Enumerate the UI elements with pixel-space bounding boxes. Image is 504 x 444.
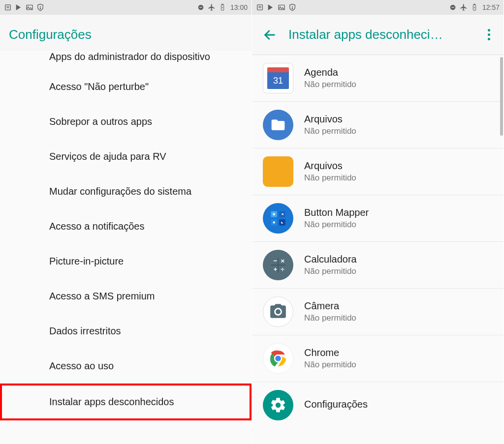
svg-rect-8 <box>199 7 202 7</box>
svg-text:÷: ÷ <box>281 266 284 273</box>
app-name: Calculadora <box>304 254 494 265</box>
settings-item-label: Acesso "Não perturbe" <box>49 81 149 92</box>
image-icon <box>26 3 33 11</box>
scrollbar[interactable] <box>500 57 503 136</box>
settings-item-unrestricted-data[interactable]: Dados irrestritos <box>0 314 252 349</box>
app-row-arquivos-blue[interactable]: Arquivos Não permitido <box>252 102 504 148</box>
settings-item-modify-system[interactable]: Mudar configurações do sistema <box>0 174 252 209</box>
settings-item-label: Instalar apps desconhecidos <box>49 396 174 407</box>
settings-item-overlay[interactable]: Sobrepor a outros apps <box>0 104 252 139</box>
app-status: Não permitido <box>304 173 494 183</box>
battery-icon <box>219 3 226 11</box>
shield-icon <box>36 3 44 11</box>
dnd-icon <box>449 3 457 11</box>
app-text: Button Mapper Não permitido <box>304 207 494 230</box>
app-bar: Configurações <box>0 15 252 55</box>
page-title: Instalar apps desconheci… <box>288 27 483 42</box>
app-status: Não permitido <box>304 266 494 276</box>
settings-item-usage-access[interactable]: Acesso ao uso <box>0 349 252 384</box>
svg-point-17 <box>292 8 292 9</box>
image-icon <box>278 3 285 11</box>
settings-item-label: Sobrepor a outros apps <box>49 116 152 127</box>
more-menu-button[interactable] <box>483 29 495 40</box>
status-right: 12:57 <box>449 3 500 11</box>
svg-rect-10 <box>222 4 223 4</box>
app-row-arquivos-orange[interactable]: Arquivos Não permitido <box>252 148 504 195</box>
app-text: Câmera Não permitido <box>304 300 494 323</box>
app-status: Não permitido <box>304 360 494 370</box>
status-left <box>256 3 296 11</box>
app-bar: Instalar apps desconheci… <box>252 15 504 55</box>
app-status: Não permitido <box>304 80 494 89</box>
settings-item-label: Acesso a SMS premium <box>49 291 155 301</box>
app-row-camera[interactable]: Câmera Não permitido <box>252 289 504 335</box>
dnd-icon <box>197 3 205 11</box>
app-list[interactable]: 31 Agenda Não permitido Arquivos Não per… <box>252 55 504 423</box>
status-left <box>4 3 44 11</box>
app-text: Calculadora Não permitido <box>304 254 494 276</box>
app-row-configuracoes[interactable]: Configurações <box>252 382 504 423</box>
svg-rect-21 <box>474 4 475 4</box>
svg-point-6 <box>40 8 40 9</box>
battery-icon <box>471 3 478 11</box>
app-status: Não permitido <box>304 313 494 323</box>
back-button[interactable] <box>261 26 279 44</box>
svg-rect-19 <box>451 7 454 7</box>
airplane-icon <box>208 3 216 11</box>
svg-text:×: × <box>281 257 284 265</box>
app-status: Não permitido <box>304 220 494 230</box>
airplane-icon <box>460 3 468 11</box>
settings-item-label: Dados irrestritos <box>49 326 121 336</box>
phone-left: 13:00 Configurações Apps do administrado… <box>0 0 252 444</box>
svg-text:−: − <box>274 257 278 265</box>
more-dot-icon <box>488 29 490 31</box>
phone-right: 12:57 Instalar apps desconheci… 31 Agend… <box>252 0 504 444</box>
settings-item-label: Apps do administrador do dispositivo <box>49 51 210 62</box>
chrome-icon <box>263 343 293 374</box>
notification-icon <box>256 3 264 11</box>
app-text: Configurações <box>304 399 494 412</box>
settings-item-label: Mudar configurações do sistema <box>49 186 191 197</box>
app-name: Chrome <box>304 347 494 358</box>
app-text: Agenda Não permitido <box>304 67 494 89</box>
folder-icon <box>263 110 293 140</box>
svg-text:+: + <box>274 266 278 273</box>
settings-item-label: Picture-in-picture <box>49 256 124 266</box>
notification-icon <box>4 3 12 11</box>
app-row-calculadora[interactable]: − × + ÷ Calculadora Não permitido <box>252 242 504 289</box>
more-dot-icon <box>488 38 490 40</box>
status-bar: 12:57 <box>252 0 504 15</box>
settings-item-vr-help[interactable]: Serviços de ajuda para RV <box>0 139 252 174</box>
app-row-buttonmapper[interactable]: Button Mapper Não permitido <box>252 195 504 242</box>
settings-list[interactable]: Apps do administrador do dispositivo Ace… <box>0 51 252 420</box>
app-text: Arquivos Não permitido <box>304 160 494 183</box>
folder-icon <box>263 156 293 187</box>
app-row-chrome[interactable]: Chrome Não permitido <box>252 335 504 382</box>
settings-item-pip[interactable]: Picture-in-picture <box>0 244 252 279</box>
settings-item-label: Acesso ao uso <box>49 360 114 371</box>
back-arrow-icon <box>263 28 277 42</box>
calculator-icon: − × + ÷ <box>263 250 293 280</box>
settings-item-notification-access[interactable]: Acesso a notificações <box>0 209 252 244</box>
app-name: Agenda <box>304 67 494 78</box>
settings-item-admin-apps[interactable]: Apps do administrador do dispositivo <box>0 51 252 69</box>
app-status: Não permitido <box>304 126 494 136</box>
app-name: Arquivos <box>304 114 494 125</box>
settings-item-install-unknown[interactable]: Instalar apps desconhecidos <box>0 384 252 420</box>
status-right: 13:00 <box>197 3 248 11</box>
shield-icon <box>288 3 296 11</box>
app-name: Câmera <box>304 300 494 312</box>
settings-item-premium-sms[interactable]: Acesso a SMS premium <box>0 279 252 314</box>
app-name: Configurações <box>304 399 494 410</box>
app-row-agenda[interactable]: 31 Agenda Não permitido <box>252 55 504 102</box>
settings-item-label: Acesso a notificações <box>49 221 144 232</box>
app-name: Button Mapper <box>304 207 494 218</box>
buttonmapper-icon <box>263 203 293 234</box>
play-store-icon <box>15 3 23 11</box>
app-name: Arquivos <box>304 160 494 172</box>
more-dot-icon <box>488 33 490 36</box>
calendar-icon: 31 <box>263 63 293 93</box>
settings-item-dnd-access[interactable]: Acesso "Não perturbe" <box>0 69 252 104</box>
svg-point-27 <box>273 221 275 223</box>
settings-item-label: Serviços de ajuda para RV <box>49 151 166 162</box>
